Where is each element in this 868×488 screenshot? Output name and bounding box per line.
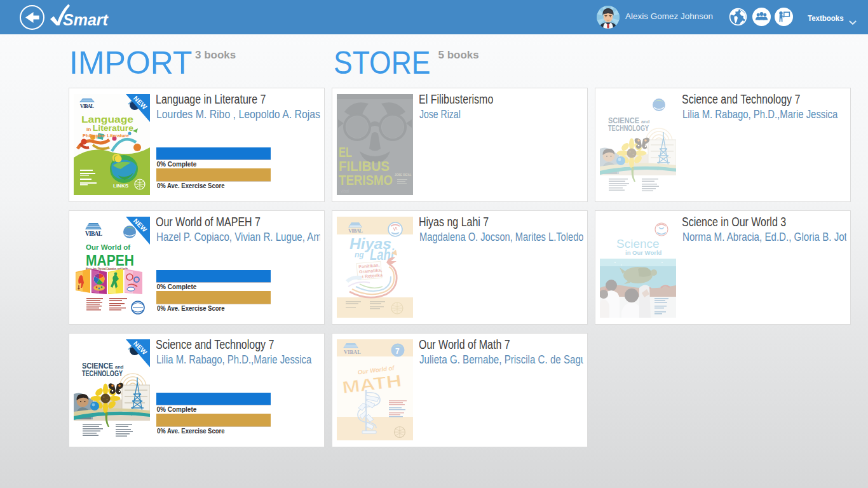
svg-text:Science: Science — [616, 237, 660, 250]
svg-text:VIBAL: VIBAL — [348, 227, 363, 234]
svg-text:JOSE RIZAL: JOSE RIZAL — [395, 173, 412, 177]
svg-text:ng: ng — [355, 250, 364, 259]
svg-text:Smart: Smart — [63, 11, 109, 29]
svg-text:MAPEH: MAPEH — [86, 252, 134, 269]
svg-text:VIBAL: VIBAL — [85, 231, 102, 237]
svg-text:TERISMO: TERISMO — [339, 172, 393, 188]
svg-text:Our World of: Our World of — [86, 243, 130, 251]
svg-text:7: 7 — [395, 347, 400, 356]
svg-text:LINKS: LINKS — [113, 184, 129, 188]
svg-text:in Literature: in Literature — [86, 124, 133, 133]
svg-text:VIBAL: VIBAL — [344, 349, 361, 355]
svg-text:in Our World: in Our World — [625, 249, 662, 256]
svg-text:Philippine Literature: Philippine Literature — [83, 132, 129, 138]
svg-text:Language: Language — [81, 114, 133, 125]
svg-text:vibal: vibal — [341, 189, 349, 193]
svg-text:VIBAL: VIBAL — [80, 104, 94, 109]
